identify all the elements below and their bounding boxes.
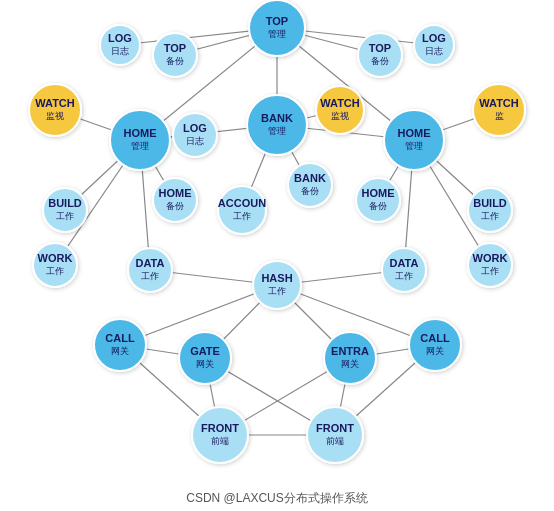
svg-point-20 [128,248,172,292]
node-label-main-bank_bak: BANK [294,172,326,184]
svg-point-23 [94,319,146,371]
node-label-main-data_l: DATA [136,257,165,269]
node-home_r: HOME管理 [384,110,444,170]
node-label-sub-home_r: 管理 [405,141,423,151]
node-label-main-build_r: BUILD [473,197,507,209]
node-label-sub-watch1: 监视 [46,111,64,121]
node-label-sub-log1: 日志 [111,46,129,56]
node-label-sub-call_l: 网关 [111,346,129,356]
svg-point-26 [324,332,376,384]
node-label-main-top_bak2: TOP [369,42,391,54]
svg-point-21 [382,248,426,292]
node-label-main-log2: LOG [422,32,446,44]
svg-point-25 [179,332,231,384]
svg-point-10 [173,113,217,157]
node-log_l: LOG日志 [173,113,217,157]
node-label-sub-watch_b: 监视 [331,111,349,121]
svg-point-11 [316,86,364,134]
node-label-main-work_l: WORK [38,252,73,264]
node-work_r: WORK工作 [468,243,512,287]
node-watch_b: WATCH监视 [316,86,364,134]
node-label-sub-bank_bak: 备份 [301,186,319,196]
node-top_bak1: TOP备份 [153,33,197,77]
node-label-main-data_r: DATA [390,257,419,269]
node-label-sub-build_l: 工作 [56,211,74,221]
node-label-main-home_bak_r: HOME [362,187,395,199]
graph-container: TOP管理TOP备份TOP备份LOG日志LOG日志WATCH监视WATCH监HO… [0,0,554,490]
network-graph: TOP管理TOP备份TOP备份LOG日志LOG日志WATCH监视WATCH监HO… [0,0,554,490]
node-label-main-home_bak_l: HOME [159,187,192,199]
svg-point-13 [43,188,87,232]
node-build_l: BUILD工作 [43,188,87,232]
node-label-sub-entra: 网关 [341,359,359,369]
node-call_l: CALL网关 [94,319,146,371]
svg-point-19 [468,243,512,287]
node-log2: LOG日志 [414,25,454,65]
node-work_l: WORK工作 [33,243,77,287]
node-label-sub-data_l: 工作 [141,271,159,281]
node-label-main-work_r: WORK [473,252,508,264]
node-label-sub-top_bak1: 备份 [166,56,184,66]
svg-point-28 [307,407,363,463]
node-data_r: DATA工作 [382,248,426,292]
node-label-main-bank_mgr: BANK [261,112,293,124]
node-label-sub-hash: 工作 [268,286,286,296]
svg-point-24 [409,319,461,371]
node-log1: LOG日志 [100,25,140,65]
node-gate: GATE网关 [179,332,231,384]
node-label-sub-home_l: 管理 [131,141,149,151]
node-bank_mgr: BANK管理 [247,95,307,155]
svg-point-0 [249,0,305,56]
node-home_bak_l: HOME备份 [153,178,197,222]
node-label-main-account: ACCOUN [218,197,266,209]
node-label-main-top_bak1: TOP [164,42,186,54]
svg-point-7 [110,110,170,170]
node-home_l: HOME管理 [110,110,170,170]
svg-point-17 [218,186,266,234]
node-label-sub-watch2: 监 [495,111,504,121]
node-label-sub-log_l: 日志 [186,136,204,146]
node-label-sub-home_bak_r: 备份 [369,201,387,211]
svg-point-14 [468,188,512,232]
svg-point-18 [33,243,77,287]
svg-point-12 [153,178,197,222]
node-label-sub-front1: 前端 [211,436,229,446]
svg-point-22 [253,261,301,309]
node-data_l: DATA工作 [128,248,172,292]
node-label-main-front1: FRONT [201,422,239,434]
node-label-sub-account: 工作 [233,211,251,221]
node-label-sub-build_r: 工作 [481,211,499,221]
node-front2: FRONT前端 [307,407,363,463]
svg-point-9 [247,95,307,155]
node-label-sub-front2: 前端 [326,436,344,446]
node-watch2: WATCH监 [473,84,525,136]
node-label-main-log_l: LOG [183,122,207,134]
svg-point-2 [358,33,402,77]
svg-point-4 [414,25,454,65]
node-label-sub-work_r: 工作 [481,266,499,276]
node-label-main-watch_b: WATCH [320,97,360,109]
svg-point-27 [192,407,248,463]
node-label-main-log1: LOG [108,32,132,44]
node-hash: HASH工作 [253,261,301,309]
node-label-main-watch1: WATCH [35,97,75,109]
node-label-sub-bank_mgr: 管理 [268,126,286,136]
node-label-main-call_l: CALL [105,332,135,344]
node-front1: FRONT前端 [192,407,248,463]
node-label-main-gate: GATE [190,345,220,357]
node-label-sub-home_bak_l: 备份 [166,201,184,211]
svg-point-3 [100,25,140,65]
node-label-main-home_r: HOME [398,127,431,139]
node-label-sub-work_l: 工作 [46,266,64,276]
node-label-main-front2: FRONT [316,422,354,434]
node-label-sub-top_bak2: 备份 [371,56,389,66]
node-account: ACCOUN工作 [218,186,266,234]
node-label-main-home_l: HOME [124,127,157,139]
node-bank_bak: BANK备份 [288,163,332,207]
node-label-sub-data_r: 工作 [395,271,413,281]
footer-text: CSDN @LAXCUS分布式操作系统 [0,490,554,507]
node-label-sub-top_mgr: 管理 [268,29,286,39]
node-label-main-call_r: CALL [420,332,450,344]
svg-point-15 [288,163,332,207]
node-label-sub-gate: 网关 [196,359,214,369]
